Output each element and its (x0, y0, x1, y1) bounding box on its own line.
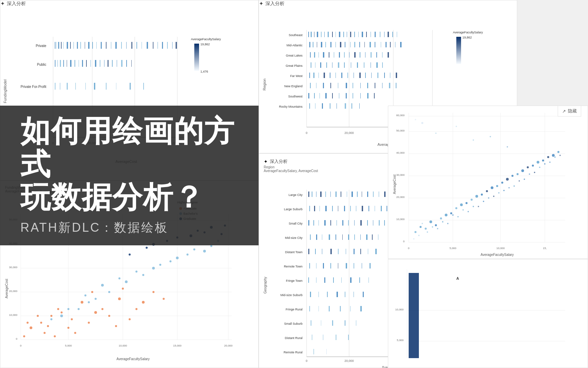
svg-rect-99 (325, 42, 326, 47)
svg-rect-134 (326, 62, 327, 68)
svg-rect-347 (370, 263, 371, 269)
svg-point-429 (513, 185, 515, 187)
svg-rect-34 (176, 42, 177, 49)
svg-point-243 (108, 291, 110, 293)
svg-rect-291 (325, 206, 327, 211)
svg-rect-460 (409, 273, 419, 358)
svg-point-220 (74, 332, 76, 334)
svg-rect-147 (324, 73, 325, 78)
svg-rect-45 (91, 60, 91, 67)
svg-rect-93 (392, 32, 393, 37)
svg-rect-83 (350, 32, 351, 37)
svg-rect-148 (330, 73, 330, 78)
svg-rect-82 (347, 32, 347, 37)
svg-rect-157 (384, 73, 385, 78)
svg-rect-278 (347, 191, 347, 197)
svg-rect-121 (339, 52, 340, 58)
svg-rect-169 (375, 83, 375, 88)
svg-rect-139 (357, 62, 358, 68)
svg-rect-133 (320, 62, 321, 68)
svg-rect-126 (365, 52, 365, 58)
y-tick-60k-rs: 60,000 (396, 114, 405, 117)
svg-rect-113 (395, 42, 395, 47)
svg-point-420 (422, 223, 423, 224)
svg-rect-79 (336, 32, 336, 37)
svg-rect-131 (311, 62, 311, 68)
y-distantrural: Distant Rural (285, 336, 303, 340)
svg-point-404 (481, 194, 483, 196)
svg-rect-167 (360, 83, 361, 88)
hide-button[interactable]: ↗ 隐藏 (558, 106, 581, 117)
svg-point-425 (473, 206, 474, 207)
svg-rect-307 (330, 220, 331, 226)
svg-rect-44 (86, 60, 87, 67)
svg-rect-52 (121, 60, 122, 67)
svg-point-246 (159, 264, 161, 266)
svg-rect-25 (131, 42, 132, 49)
svg-rect-191 (359, 103, 360, 109)
svg-rect-72 (311, 32, 312, 37)
svg-point-226 (152, 291, 154, 293)
svg-point-262 (146, 247, 148, 249)
svg-rect-320 (329, 234, 330, 240)
svg-rect-285 (384, 191, 386, 197)
svg-point-393 (425, 228, 427, 230)
svg-rect-152 (354, 73, 354, 78)
svg-rect-362 (363, 292, 364, 297)
y-midsizesuburb: Mid-size Suburb (280, 293, 303, 297)
x-tick-20k-br: 20,000 (344, 359, 354, 363)
svg-rect-175 (320, 93, 320, 98)
svg-rect-318 (316, 234, 317, 240)
svg-rect-283 (373, 191, 374, 197)
svg-rect-339 (309, 263, 310, 269)
svg-rect-118 (323, 52, 324, 58)
svg-rect-19 (101, 42, 102, 49)
svg-rect-375 (323, 335, 323, 340)
svg-point-397 (445, 214, 447, 216)
svg-rect-51 (117, 60, 117, 67)
svg-rect-360 (345, 292, 345, 297)
y-remotetown: Remote Town (284, 265, 303, 268)
svg-rect-117 (318, 52, 319, 58)
svg-rect-378 (313, 349, 314, 354)
y-tick-10k-rb: 10,000 (395, 308, 404, 311)
svg-rect-359 (337, 292, 338, 297)
svg-point-422 (442, 221, 443, 223)
svg-point-430 (524, 179, 525, 180)
svg-rect-116 (314, 52, 315, 58)
svg-rect-324 (354, 234, 355, 240)
svg-rect-162 (323, 83, 324, 88)
svg-rect-281 (362, 191, 362, 197)
svg-point-407 (496, 185, 498, 187)
svg-rect-140 (364, 62, 364, 68)
svg-rect-335 (354, 249, 355, 254)
svg-rect-119 (329, 52, 329, 58)
svg-rect-20 (106, 42, 107, 49)
svg-rect-71 (308, 32, 309, 37)
svg-rect-136 (338, 62, 339, 68)
svg-point-412 (521, 169, 524, 172)
y-midatlantic: Mid-Atlantic (287, 44, 303, 47)
svg-rect-303 (308, 220, 309, 226)
svg-rect-141 (371, 62, 371, 68)
svg-point-431 (534, 172, 535, 173)
svg-rect-47 (100, 60, 100, 67)
svg-rect-6 (56, 42, 57, 49)
y-midsizecity: Mid-size City (285, 236, 303, 240)
svg-rect-151 (347, 73, 348, 78)
svg-point-450 (421, 122, 423, 124)
svg-rect-144 (309, 73, 310, 78)
svg-rect-63 (130, 83, 131, 90)
svg-rect-110 (381, 42, 381, 47)
svg-point-216 (54, 335, 56, 337)
svg-point-396 (440, 217, 442, 219)
svg-rect-372 (345, 320, 345, 326)
svg-rect-107 (364, 42, 365, 47)
svg-rect-355 (369, 277, 369, 283)
svg-rect-145 (313, 73, 314, 78)
svg-rect-297 (362, 206, 363, 211)
deep-analysis-icon-br: ✦ (264, 159, 268, 164)
svg-rect-40 (70, 60, 71, 67)
svg-point-453 (456, 126, 457, 127)
svg-point-415 (537, 161, 539, 164)
